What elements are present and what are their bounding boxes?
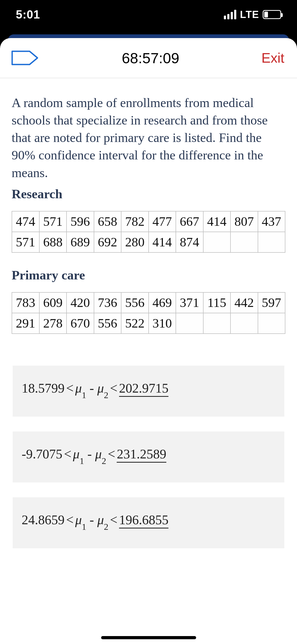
primary-care-heading: Primary care [12, 268, 285, 283]
network-label: LTE [240, 9, 259, 20]
table-row: 571 688 689 692 280 414 874 [12, 232, 285, 252]
cell: 597 [258, 292, 285, 313]
cell: 688 [39, 232, 67, 252]
research-table: 474 571 596 658 782 477 667 414 807 437 … [12, 211, 285, 253]
cell: 371 [176, 292, 203, 313]
cell: 667 [176, 211, 203, 232]
answer-upper: 231.2589 [117, 447, 166, 463]
answer-list: 18.5799<μ1 - μ2<202.9715 -9.7075<μ1 - μ2… [12, 366, 285, 548]
cell: 278 [39, 313, 67, 334]
answer-option-3[interactable]: 24.8659<μ1 - μ2<196.6855 [13, 497, 284, 548]
cell: 291 [12, 313, 39, 334]
cell: 522 [121, 313, 149, 334]
cell: 474 [12, 211, 39, 232]
cell [258, 232, 285, 252]
cell [203, 313, 231, 334]
cell: 437 [258, 211, 285, 232]
cell: 414 [149, 232, 176, 252]
cell [258, 313, 285, 334]
cell: 689 [67, 232, 94, 252]
exit-button[interactable]: Exit [261, 50, 284, 66]
cell: 782 [121, 211, 149, 232]
cell [203, 232, 231, 252]
answer-lower: -9.7075 [22, 447, 62, 461]
cell: 609 [39, 292, 67, 313]
status-bar: 5:01 LTE [0, 0, 297, 34]
answer-lower: 24.8659 [22, 512, 65, 527]
cell: 442 [230, 292, 258, 313]
question-prompt: A random sample of enrollments from medi… [12, 94, 285, 182]
cell: 469 [149, 292, 176, 313]
table-row: 291 278 670 556 522 310 [12, 313, 285, 334]
tag-icon [11, 49, 40, 67]
timer: 68:57:09 [40, 49, 261, 67]
cell [176, 313, 203, 334]
cell: 807 [230, 211, 258, 232]
cell: 310 [149, 313, 176, 334]
table-row: 474 571 596 658 782 477 667 414 807 437 [12, 211, 285, 232]
status-right: LTE [224, 9, 281, 20]
home-indicator[interactable] [101, 636, 196, 639]
cell: 477 [149, 211, 176, 232]
cell: 692 [94, 232, 121, 252]
cell: 874 [176, 232, 203, 252]
cell: 556 [121, 292, 149, 313]
answer-lower: 18.5799 [22, 381, 65, 395]
cell: 783 [12, 292, 39, 313]
cell: 596 [67, 211, 94, 232]
question-content: A random sample of enrollments from medi… [0, 78, 297, 548]
research-heading: Research [12, 186, 285, 201]
signal-icon [224, 10, 236, 19]
cell: 556 [94, 313, 121, 334]
cell: 414 [203, 211, 231, 232]
primary-care-table: 783 609 420 736 556 469 371 115 442 597 … [12, 292, 285, 334]
table-row: 783 609 420 736 556 469 371 115 442 597 [12, 292, 285, 313]
cell: 670 [67, 313, 94, 334]
cell: 736 [94, 292, 121, 313]
status-time: 5:01 [16, 8, 40, 21]
answer-option-1[interactable]: 18.5799<μ1 - μ2<202.9715 [13, 366, 284, 417]
cell: 658 [94, 211, 121, 232]
cell: 115 [203, 292, 231, 313]
cell: 420 [67, 292, 94, 313]
battery-icon [263, 10, 281, 19]
cell [230, 232, 258, 252]
answer-upper: 202.9715 [119, 381, 169, 397]
cell [230, 313, 258, 334]
cell: 571 [39, 211, 67, 232]
answer-option-2[interactable]: -9.7075<μ1 - μ2<231.2589 [13, 431, 284, 482]
cell: 280 [121, 232, 149, 252]
cell: 571 [12, 232, 39, 252]
answer-upper: 196.6855 [119, 512, 169, 528]
toolbar: 68:57:09 Exit [0, 38, 297, 78]
